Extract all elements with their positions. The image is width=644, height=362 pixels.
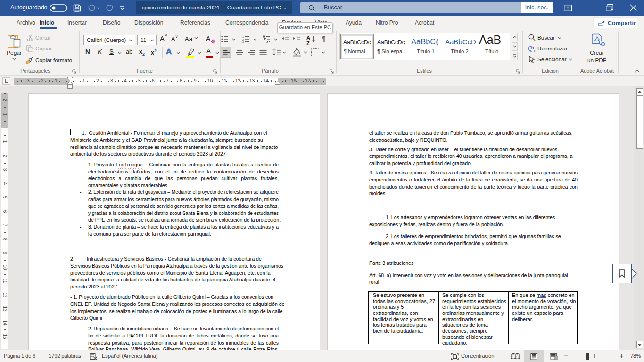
svg-text:3: 3 [242, 41, 244, 43]
svg-text:c: c [534, 49, 537, 53]
